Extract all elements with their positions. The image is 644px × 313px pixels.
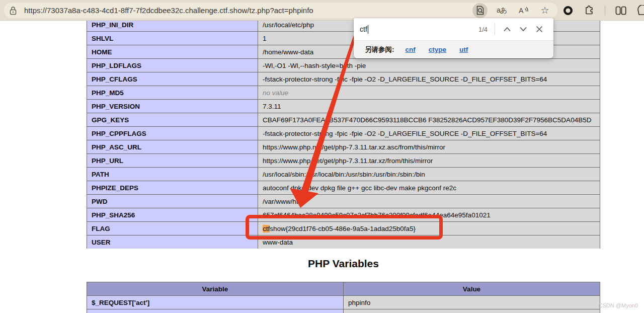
env-name-cell: PHP_VERSION xyxy=(87,100,258,113)
column-header-value: Value xyxy=(344,282,600,296)
variable-value-cell: phpinfo xyxy=(344,296,600,309)
url-text[interactable]: https://73037a8a-c483-4cd1-8ff7-7f2dcdbe… xyxy=(24,6,472,15)
column-header-variable: Variable xyxy=(87,282,344,296)
lock-icon[interactable] xyxy=(9,6,17,16)
no-value-text: no value xyxy=(263,89,288,97)
env-name-cell: PATH xyxy=(87,168,258,181)
phpinfo-page: PHP_INI_DIR/usr/local/etc/phpSHLVL1HOME/… xyxy=(0,21,644,313)
env-row: PHP_VERSION7.3.11 xyxy=(87,100,600,113)
php-variables-table-section: Variable Value $_REQUEST['act']phpinfo xyxy=(87,282,600,313)
csdn-watermark: CSDN @Myon0 xyxy=(599,302,638,308)
php-variables-heading: PHP Variables xyxy=(87,258,600,270)
match-counter: 1/4 xyxy=(478,26,495,33)
close-find-button[interactable] xyxy=(531,21,547,37)
toolbar-divider xyxy=(605,6,605,16)
variable-row: $_REQUEST['act']phpinfo xyxy=(87,296,600,309)
find-input[interactable]: ctf xyxy=(360,25,368,34)
next-match-button[interactable] xyxy=(515,21,531,37)
env-row: PHP_MD5no value xyxy=(87,86,600,100)
env-value-cell: www-data xyxy=(258,236,600,249)
env-name-cell: PHP_URL xyxy=(87,154,258,168)
env-row: PHP_ASC_URLhttps://www.php.net/get/php-7… xyxy=(87,140,600,154)
env-name-cell: PHP_CPPFLAGS xyxy=(87,127,258,140)
env-row: FLAGctfshow{29cd1f76-cb05-486e-9a5a-1ada… xyxy=(87,222,600,236)
env-row: PWD/var/www/html xyxy=(87,195,600,208)
env-row: PHPIZE_DEPSautoconf dpkg-dev dpkg file g… xyxy=(87,181,600,195)
variable-name-cell: $_REQUEST['act'] xyxy=(87,296,344,309)
variable-value-cell xyxy=(344,309,600,313)
env-name-cell: PWD xyxy=(87,195,258,208)
translate-icon[interactable]: aあ xyxy=(494,3,509,18)
env-name-cell: PHP_MD5 xyxy=(87,86,258,100)
suggestion-link-utf[interactable]: utf xyxy=(459,46,468,53)
extension-badge-icon[interactable] xyxy=(562,5,574,16)
read-aloud-icon[interactable]: A xyxy=(516,3,531,18)
env-row: PATH/usr/local/sbin:/usr/local/bin:/usr/… xyxy=(87,168,600,181)
env-name-cell: FLAG xyxy=(87,222,258,236)
env-name-cell: SHLVL xyxy=(87,32,258,45)
env-row: PHP_CFLAGS-fstack-protector-strong -fpic… xyxy=(87,72,600,86)
php-variables-table: Variable Value $_REQUEST['act']phpinfo xyxy=(87,282,600,313)
env-value-cell: ctfshow{29cd1f76-cb05-486e-9a5a-1adad25b… xyxy=(258,222,600,236)
findbar-divider xyxy=(495,23,495,35)
favorites-star-icon[interactable]: ☆ xyxy=(537,3,552,18)
env-name-cell: USER xyxy=(87,236,258,249)
env-value-cell: /var/www/html xyxy=(258,195,600,208)
suggestion-link-ctype[interactable]: ctype xyxy=(429,46,446,53)
env-name-cell: PHP_LDFLAGS xyxy=(87,59,258,72)
env-value-cell: 7.3.11 xyxy=(258,100,600,113)
find-suggestions-row: 另请参阅: cnf ctype utf xyxy=(354,40,553,58)
table-header-row: Variable Value xyxy=(87,282,600,296)
extensions-puzzle-icon[interactable] xyxy=(584,5,595,16)
env-name-cell: PHP_CFLAGS xyxy=(87,72,258,86)
env-row: USERwww-data xyxy=(87,236,600,249)
env-name-cell: HOME xyxy=(87,45,258,59)
env-name-cell: PHP_INI_DIR xyxy=(87,21,258,32)
browser-toolbar: https://73037a8a-c483-4cd1-8ff7-7f2dcdbe… xyxy=(0,0,644,21)
find-on-page-icon[interactable] xyxy=(472,3,488,18)
see-also-label: 另请参阅: xyxy=(365,45,394,54)
env-value-cell: /usr/local/sbin:/usr/local/bin:/usr/sbin… xyxy=(258,168,600,181)
env-name-cell: GPG_KEYS xyxy=(87,113,258,127)
previous-match-button[interactable] xyxy=(499,21,515,37)
env-name-cell: PHPIZE_DEPS xyxy=(87,181,258,195)
suggestion-link-cnf[interactable]: cnf xyxy=(406,46,416,53)
env-name-cell: PHP_SHA256 xyxy=(87,208,258,222)
text-caret xyxy=(368,25,369,34)
env-value-cell: https://www.php.net/get/php-7.3.11.tar.x… xyxy=(258,140,600,154)
env-value-cell: -fstack-protector-strong -fpic -fpie -O2… xyxy=(258,127,600,140)
env-row: PHP_URLhttps://www.php.net/get/php-7.3.1… xyxy=(87,154,600,168)
env-row: PHP_LDFLAGS-Wl,-O1 -Wl,--hash-style=both… xyxy=(87,59,600,72)
env-value-cell: https://www.php.net/get/php-7.3.11.tar.x… xyxy=(258,154,600,168)
variable-row-partial xyxy=(87,309,600,313)
edge-sidebar-icon[interactable] xyxy=(637,5,644,16)
variable-name-cell xyxy=(87,309,344,313)
env-value-cell: 657cf6464bac28e9490c59c07a2cf7bb76c200f0… xyxy=(258,208,600,222)
find-in-page-bar: ctf 1/4 另请参阅: cnf ctype utf xyxy=(354,18,553,58)
env-value-cell: CBAF69F173A0FEA4B537F470D66C9593118BCCB6… xyxy=(258,113,600,127)
svg-text:A: A xyxy=(519,7,524,15)
split-screen-icon[interactable] xyxy=(615,6,627,16)
env-value-cell: autoconf dpkg-dev dpkg file g++ gcc libc… xyxy=(258,181,600,195)
env-value-cell: no value xyxy=(258,86,600,100)
env-name-cell: PHP_ASC_URL xyxy=(87,140,258,154)
env-value-cell: -Wl,-O1 -Wl,--hash-style=both -pie xyxy=(258,59,600,72)
address-bar[interactable]: https://73037a8a-c483-4cd1-8ff7-7f2dcdbe… xyxy=(4,3,557,18)
env-row: GPG_KEYSCBAF69F173A0FEA4B537F470D66C9593… xyxy=(87,113,600,127)
env-value-cell: -fstack-protector-strong -fpic -fpie -O2… xyxy=(258,72,600,86)
find-match-highlight: ctf xyxy=(263,225,270,232)
find-query-text: ctf xyxy=(360,25,367,33)
env-row: PHP_CPPFLAGS-fstack-protector-strong -fp… xyxy=(87,127,600,140)
env-row: PHP_SHA256657cf6464bac28e9490c59c07a2cf7… xyxy=(87,208,600,222)
